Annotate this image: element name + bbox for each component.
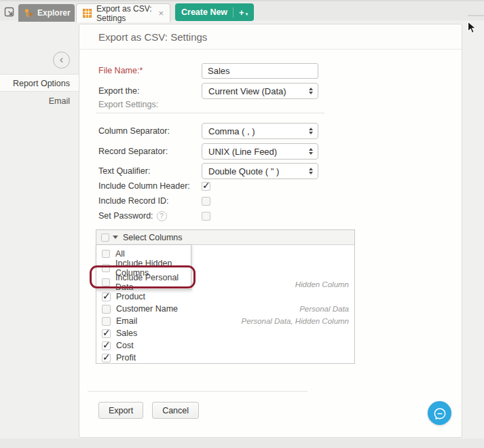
explorer-hierarchy-icon [24, 9, 33, 18]
tab-bar: Explorer Export as CSV: Settings × Creat… [0, 0, 484, 20]
text-qualifier-row: Text Qualifier: Double Quote ( " ) [98, 163, 318, 179]
file-name-row: File Name:* [98, 62, 318, 79]
sidebar-item-report-options[interactable]: Report Options [0, 74, 79, 92]
back-button[interactable]: ‹ [53, 52, 70, 69]
dropdown-item-label: Include Personal Data [115, 273, 185, 292]
column-checkbox[interactable] [102, 305, 111, 314]
mouse-cursor [467, 21, 477, 38]
set-password-checkbox[interactable] [202, 212, 210, 221]
column-label: Cost [116, 341, 134, 350]
page-title: Export as CSV: Settings [98, 31, 207, 43]
cancel-button[interactable]: Cancel [152, 402, 199, 419]
column-note: Personal Data, Hidden Column [241, 317, 349, 325]
dropdown-item-label: All [115, 249, 125, 259]
select-stepper-icon [309, 148, 313, 155]
footer-divider [88, 391, 308, 392]
action-buttons: Export Cancel [98, 402, 199, 419]
column-row-product: Product [102, 291, 349, 303]
column-label: Product [116, 292, 145, 301]
tab-explorer[interactable]: Explorer [18, 4, 75, 22]
chevron-down-icon: ▾ [246, 12, 248, 21]
set-password-row: Set Password: ? [98, 210, 210, 221]
export-settings-row: Export Settings: [98, 98, 202, 111]
chat-bubble-icon [433, 407, 447, 420]
bottom-strip [0, 438, 484, 448]
tab-export-as-csv-settings[interactable]: Export as CSV: Settings × [76, 3, 170, 22]
tab-explorer-label: Explorer [37, 8, 71, 18]
file-name-label: File Name:* [98, 66, 202, 75]
column-checkbox[interactable] [102, 354, 111, 362]
set-password-label: Set Password: ? [98, 211, 202, 221]
column-checkbox[interactable] [102, 341, 111, 350]
include-record-id-row: Include Record ID: [98, 195, 210, 206]
column-separator-row: Column Separator: Comma ( , ) [98, 123, 318, 139]
panel-header: Export as CSV: Settings [79, 24, 462, 50]
file-name-input[interactable] [202, 63, 318, 79]
include-column-header-label: Include Column Header: [98, 181, 202, 191]
export-the-row: Export the: Current View (Data) [98, 83, 318, 99]
include-record-id-checkbox[interactable] [202, 197, 210, 206]
column-label: Sales [116, 329, 137, 338]
select-stepper-icon [309, 128, 313, 134]
column-row-customer-name: Customer Name Personal Data [102, 303, 349, 315]
help-icon[interactable]: ? [157, 211, 167, 221]
dropdown-checkbox[interactable] [102, 250, 110, 258]
export-settings-panel: Export as CSV: Settings File Name:* Expo… [79, 24, 462, 438]
select-columns-header: Select Columns [96, 230, 354, 245]
column-label: Email [116, 316, 137, 326]
close-tab-icon[interactable]: × [158, 9, 164, 18]
column-row-profit: Profit [102, 352, 349, 364]
table-grid-icon [83, 9, 92, 18]
left-sidebar: ‹ Report Options Email [0, 20, 79, 448]
sidebar-item-label: Report Options [13, 79, 70, 88]
sidebar-item-email[interactable]: Email [0, 92, 79, 110]
record-separator-label: Record Separator: [98, 147, 202, 156]
export-the-label: Export the: [98, 86, 202, 96]
column-row-sales: Sales [102, 327, 349, 339]
column-label: Profit [116, 353, 136, 362]
column-separator-value: Comma ( , ) [208, 126, 255, 136]
column-checkbox[interactable] [102, 329, 111, 338]
tab-active-label: Export as CSV: Settings [96, 4, 153, 23]
column-checkbox[interactable] [102, 293, 111, 301]
column-note: Personal Data [299, 305, 349, 313]
dropdown-checkbox[interactable] [102, 278, 110, 286]
column-separator-label: Column Separator: [98, 126, 202, 136]
select-columns-dropdown: All Include Hidden Columns Include Perso… [96, 244, 191, 290]
text-qualifier-value: Double Quote ( " ) [208, 166, 279, 176]
column-row-email: Email Personal Data, Hidden Column [102, 315, 349, 327]
dropdown-checkbox[interactable] [102, 264, 110, 272]
create-new-label: Create New [181, 7, 227, 17]
export-the-value: Current View (Data) [208, 86, 286, 96]
chevron-down-icon[interactable] [113, 236, 118, 239]
select-stepper-icon [309, 168, 313, 174]
column-row-cost: Cost [102, 339, 349, 352]
create-new-divider [233, 7, 234, 18]
create-new-button[interactable]: Create New + ▾ [175, 3, 254, 21]
plus-icon[interactable]: + [239, 7, 244, 18]
column-separator-select[interactable]: Comma ( , ) [202, 123, 318, 139]
sidebar-item-label: Email [49, 96, 70, 106]
select-all-checkbox[interactable] [101, 234, 109, 242]
select-columns-title: Select Columns [123, 233, 183, 242]
include-column-header-checkbox[interactable] [202, 182, 210, 191]
chat-support-button[interactable] [428, 401, 451, 425]
export-the-select[interactable]: Current View (Data) [202, 83, 318, 99]
top-right-divider [468, 15, 484, 16]
include-column-header-row: Include Column Header: [98, 181, 210, 191]
record-separator-row: Record Separator: UNIX (Line Feed) [98, 143, 318, 160]
column-checkbox[interactable] [102, 317, 111, 326]
text-qualifier-select[interactable]: Double Quote ( " ) [202, 163, 318, 179]
chevron-left-icon: ‹ [60, 54, 64, 65]
select-stepper-icon [309, 88, 313, 94]
collapse-panel-icon[interactable] [4, 7, 15, 18]
record-separator-value: UNIX (Line Feed) [208, 147, 277, 157]
select-columns-panel: Select Columns Hidden Column Product Cus… [96, 229, 355, 364]
text-qualifier-label: Text Qualifier: [98, 166, 202, 176]
include-record-id-label: Include Record ID: [98, 196, 202, 206]
column-note: Hidden Column [295, 280, 349, 288]
record-separator-select[interactable]: UNIX (Line Feed) [202, 143, 318, 160]
export-button[interactable]: Export [98, 402, 143, 419]
dropdown-item-include-personal-data[interactable]: Include Personal Data [96, 275, 191, 289]
export-settings-label: Export Settings: [98, 100, 202, 109]
